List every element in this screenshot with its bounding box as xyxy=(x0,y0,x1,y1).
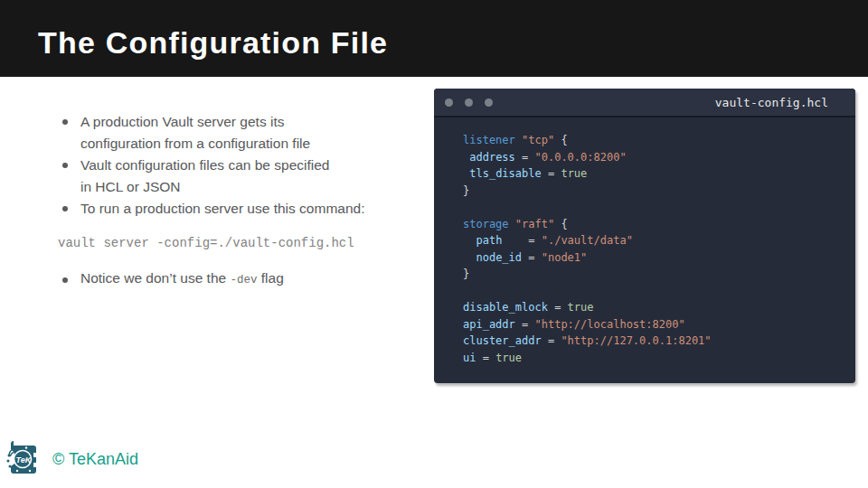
list-item: To run a production server use this comm… xyxy=(58,198,438,220)
window-control-icon[interactable] xyxy=(485,99,493,107)
code-line: listener "tcp" { xyxy=(463,132,848,149)
footer: TeK © TeKanAid xyxy=(5,441,138,477)
code-line xyxy=(463,199,848,216)
bullet-line: configuration from a configuration file xyxy=(80,133,310,155)
header-bar: The Configuration File xyxy=(0,0,868,77)
bullet-list: A production Vault server gets its confi… xyxy=(58,111,438,291)
code-line: tls_disable = true xyxy=(463,165,848,183)
code-line: ui = true xyxy=(463,350,848,367)
notice-after: flag xyxy=(257,270,283,286)
bullet-text: Vault configuration files can be specifi… xyxy=(80,155,329,198)
code-line: path = "./vault/data" xyxy=(463,232,848,249)
code-line xyxy=(463,283,848,300)
bullet-line: A production Vault server gets its xyxy=(80,111,310,133)
code-line: api_addr = "http://localhost:8200" xyxy=(463,316,848,333)
window-control-icon[interactable] xyxy=(445,99,453,107)
code-line: node_id = "node1" xyxy=(463,249,848,267)
code-line: cluster_addr = "http://127.0.0.1:8201" xyxy=(463,333,848,350)
code-line: address = "0.0.0.0:8200" xyxy=(463,149,848,166)
code-line: } xyxy=(463,266,848,283)
dev-flag-code: -dev xyxy=(230,274,257,286)
page-title: The Configuration File xyxy=(38,16,388,61)
cli-command: vault server -config=./vault-config.hcl xyxy=(58,236,438,250)
bullet-text: A production Vault server gets its confi… xyxy=(80,111,310,155)
svg-text:TeK: TeK xyxy=(16,455,33,465)
bullet-line: Vault configuration files can be specifi… xyxy=(80,155,329,176)
bullet-icon xyxy=(62,119,68,125)
bullet-text: To run a production server use this comm… xyxy=(80,198,364,220)
code-line: } xyxy=(463,183,848,200)
terminal-code: listener "tcp" { address = "0.0.0.0:8200… xyxy=(434,117,855,366)
code-line: storage "raft" { xyxy=(463,216,848,233)
list-item: Vault configuration files can be specifi… xyxy=(58,155,438,198)
file-name: vault-config.hcl xyxy=(715,96,828,109)
bullet-icon xyxy=(62,277,68,283)
code-line: disable_mlock = true xyxy=(463,299,848,316)
copyright-text: © TeKanAid xyxy=(52,450,138,469)
bullet-text: Notice we don’t use the -dev flag xyxy=(80,267,284,291)
tekanaid-logo-icon: TeK xyxy=(5,441,41,477)
bullet-icon xyxy=(62,206,68,211)
code-editor-window: vault-config.hcl listener "tcp" { addres… xyxy=(434,89,855,383)
notice-before: Notice we don’t use the xyxy=(80,270,230,286)
window-control-icon[interactable] xyxy=(465,99,473,107)
list-item: Notice we don’t use the -dev flag xyxy=(58,267,438,291)
list-item: A production Vault server gets its confi… xyxy=(58,111,438,155)
bullet-line: in HCL or JSON xyxy=(80,176,329,198)
window-title-bar: vault-config.hcl xyxy=(434,89,855,117)
bullet-icon xyxy=(62,163,68,168)
slide: The Configuration File A production Vaul… xyxy=(0,0,868,488)
bullet-line: To run a production server use this comm… xyxy=(80,198,364,220)
